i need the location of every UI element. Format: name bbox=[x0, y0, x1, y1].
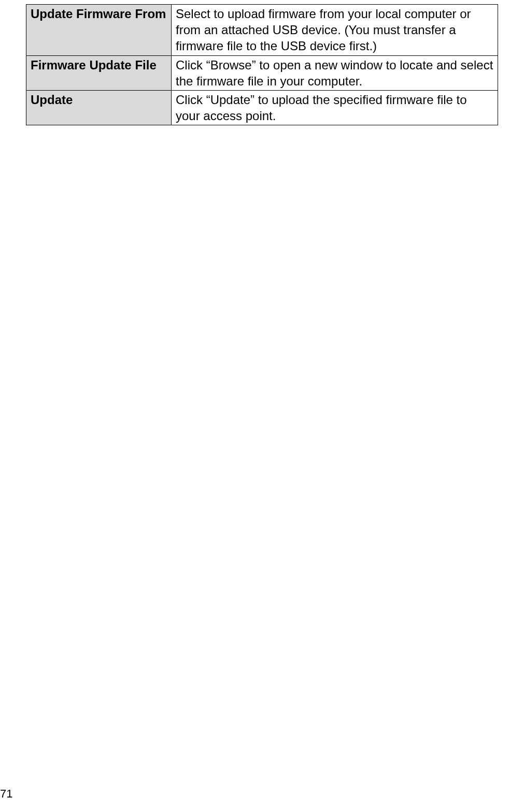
row-label: Update bbox=[26, 90, 172, 125]
table-row: Firmware Update File Click “Browse” to o… bbox=[26, 55, 498, 90]
table-row: Update Firmware From Select to upload fi… bbox=[26, 5, 498, 56]
firmware-table: Update Firmware From Select to upload fi… bbox=[26, 4, 498, 125]
row-label: Firmware Update File bbox=[26, 55, 172, 90]
page-number: 71 bbox=[0, 787, 12, 801]
row-label: Update Firmware From bbox=[26, 5, 172, 56]
row-description: Click “Browse” to open a new window to l… bbox=[172, 55, 498, 90]
row-description: Select to upload firmware from your loca… bbox=[172, 5, 498, 56]
row-description: Click “Update” to upload the specified f… bbox=[172, 90, 498, 125]
table-row: Update Click “Update” to upload the spec… bbox=[26, 90, 498, 125]
